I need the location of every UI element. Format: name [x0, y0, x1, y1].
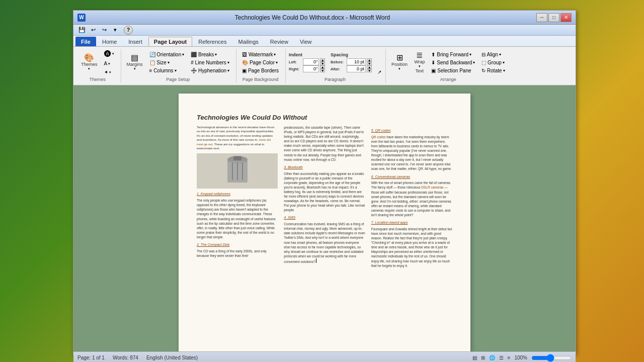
column-1: Technological advances in the recent dec… — [197, 125, 278, 268]
indent-right-label: Right: — [289, 67, 302, 71]
paragraph-group-label: Paragraph — [289, 77, 381, 82]
restore-button[interactable]: □ — [548, 13, 559, 22]
indent-left-label: Left: — [289, 60, 302, 64]
selection-pane-button[interactable]: ▣ Selection Pane — [429, 67, 477, 74]
fonts-dd: ▾ — [108, 62, 110, 66]
tab-review[interactable]: Review — [265, 37, 294, 46]
document-area[interactable]: Technologies We Could Do Without Technol… — [73, 85, 576, 351]
language: English (United States) — [146, 355, 198, 360]
help-button[interactable]: ? — [124, 26, 133, 35]
tab-mailings[interactable]: Mailings — [232, 37, 264, 46]
watermark-button[interactable]: 🖼 Watermark ▾ — [239, 51, 281, 58]
tab-file[interactable]: File — [75, 37, 96, 46]
section-6-title: 6. Conventional cameras — [371, 174, 452, 179]
word-icon: W — [77, 14, 86, 22]
margins-button[interactable]: ▤ Margins ▾ — [124, 52, 145, 72]
rotate-button[interactable]: ↻ Rotate ▾ — [479, 67, 507, 74]
indent-left-down[interactable]: ▼ — [320, 62, 325, 65]
view-fullscreen-icon[interactable]: ⊞ — [481, 355, 485, 360]
hyphenation-button[interactable]: ➗ Hyphenation ▾ — [188, 67, 232, 74]
spacing-before-input[interactable] — [347, 58, 366, 65]
close-button[interactable]: ✕ — [560, 13, 572, 22]
spacing-after-down[interactable]: ▼ — [367, 69, 372, 72]
zoom-level: 100% — [514, 355, 527, 360]
spacing-after-up[interactable]: ▲ — [367, 65, 372, 69]
customize-quick-btn[interactable]: ▾ — [111, 26, 120, 35]
section-3-body: Other than successfully making you appea… — [284, 171, 365, 213]
view-normal-icon[interactable]: ▤ — [472, 355, 477, 360]
highlight-text: more old must go out. — [197, 138, 271, 145]
tab-page-layout[interactable]: Page Layout — [148, 37, 192, 46]
themes-icon: 🎨 — [84, 54, 94, 62]
spacing-after-input[interactable] — [347, 65, 366, 72]
themes-dropdown: ▾ — [88, 67, 90, 71]
indent-left-up[interactable]: ▲ — [320, 58, 325, 62]
spacing-controls: Spacing Before: ▲ ▼ After: — [331, 52, 372, 72]
align-button[interactable]: ⊟ Align ▾ — [479, 51, 507, 58]
themes-group-label: Themes — [78, 77, 117, 82]
tab-references[interactable]: References — [193, 37, 232, 46]
quick-access-toolbar: 💾 ↩ ↪ ▾ ? — [73, 25, 576, 36]
tab-insert[interactable]: Insert — [123, 37, 148, 46]
breaks-button[interactable]: ⬛ Breaks ▾ — [188, 51, 232, 58]
paragraph-expand-btn[interactable]: ↗ — [377, 69, 381, 75]
trash-svg — [222, 155, 253, 188]
ribbon-content: 🎨 Themes ▾ 🅐 ▾ A ▾ ✦ ▾ Themes ▤ — [73, 46, 576, 85]
orientation-button[interactable]: 🔄 Orientation ▾ — [147, 51, 187, 58]
title-bar: W Technologies We Could Do Without.docx … — [73, 11, 576, 25]
section-3-title: 3. Bluetooth — [284, 165, 365, 170]
margins-dd: ▾ — [134, 67, 136, 71]
theme-sub-buttons: 🅐 ▾ A ▾ ✦ ▾ — [102, 49, 117, 76]
view-web-icon[interactable]: 🌐 — [489, 355, 495, 360]
theme-colors-btn[interactable]: 🅐 ▾ — [102, 49, 117, 59]
themes-group: 🎨 Themes ▾ 🅐 ▾ A ▾ ✦ ▾ Themes — [76, 49, 121, 83]
status-right: ▤ ⊞ 🌐 ☰ ≡ 100% — [472, 355, 572, 360]
title-bar-controls: ─ □ ✕ — [536, 13, 572, 22]
page-borders-button[interactable]: ▣ Page Borders — [239, 67, 281, 74]
undo-quick-btn[interactable]: ↩ — [89, 26, 98, 35]
redo-quick-btn[interactable]: ↪ — [100, 26, 109, 35]
spacing-before-down[interactable]: ▼ — [367, 62, 372, 65]
ribbon-tab-bar: File Home Insert Page Layout References … — [73, 36, 576, 46]
margins-icon: ▤ — [131, 54, 138, 62]
section-6-body: With the rise of smart phones came the f… — [371, 180, 452, 217]
bring-forward-button[interactable]: ⬆ Bring Forward ▾ — [429, 51, 477, 58]
status-bar: Page: 1 of 1 Words: 874 English (United … — [73, 351, 576, 362]
paragraph-group: Indent Left: ▲ ▼ Right: — [287, 49, 386, 83]
page-color-button[interactable]: 🎨 Page Color ▾ — [239, 59, 281, 66]
arrange-label: Arrange — [389, 77, 507, 82]
indent-right-input[interactable] — [303, 65, 319, 72]
indent-right-up[interactable]: ▲ — [320, 65, 325, 69]
theme-effects-btn[interactable]: ✦ ▾ — [102, 68, 117, 76]
size-button[interactable]: 📋 Size ▾ — [147, 59, 187, 66]
indent-left-input[interactable] — [303, 58, 319, 65]
page-setup-group: ▤ Margins ▾ 🔄 Orientation ▾ 📋 Size ▾ ≡ C… — [122, 49, 237, 83]
view-draft-icon[interactable]: ≡ — [508, 355, 511, 360]
theme-fonts-btn[interactable]: A ▾ — [102, 60, 117, 67]
themes-button[interactable]: 🎨 Themes ▾ — [78, 52, 100, 72]
indent-controls: Indent Left: ▲ ▼ Right: — [289, 52, 325, 72]
tab-home[interactable]: Home — [97, 37, 122, 46]
spacing-before-up[interactable]: ▲ — [367, 58, 372, 62]
theme-color-icon: 🅐 — [104, 50, 111, 58]
group-button[interactable]: ⬚ Group ▾ — [479, 59, 507, 66]
word-count: Words: 874 — [113, 355, 138, 360]
section-4-body: Communication has evolved, leaving SMS a… — [284, 222, 365, 264]
send-backward-button[interactable]: ⬇ Send Backward ▾ — [429, 59, 477, 66]
line-numbers-button[interactable]: # Line Numbers ▾ — [188, 59, 232, 66]
columns-button[interactable]: ≡ Columns ▾ — [147, 67, 187, 74]
section-1-body: The only people who use keypad cellphone… — [197, 198, 278, 239]
view-outline-icon[interactable]: ☰ — [499, 355, 504, 360]
tab-view[interactable]: View — [294, 37, 317, 46]
indent-right-down[interactable]: ▼ — [320, 69, 325, 72]
position-button[interactable]: ⊞ Position ▾ — [389, 52, 410, 72]
minimize-button[interactable]: ─ — [536, 13, 547, 22]
section-2-title: 2. The Compact Disk — [197, 242, 278, 247]
save-quick-btn[interactable]: 💾 — [77, 26, 87, 35]
wrap-text-button[interactable]: ≣ Wrap ▾ Text — [412, 50, 427, 75]
window-title: Technologies We Could Do Without.docx - … — [89, 14, 536, 21]
zoom-slider[interactable] — [531, 356, 572, 360]
svg-rect-6 — [233, 156, 242, 160]
text-cursor — [316, 258, 316, 263]
spacing-label: Spacing — [331, 52, 372, 57]
